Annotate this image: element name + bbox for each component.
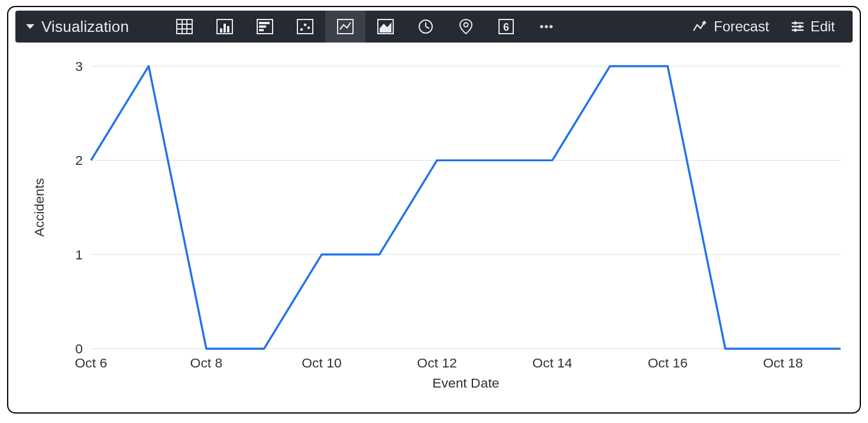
svg-rect-6 (220, 28, 222, 32)
single-value-icon[interactable]: 6 (486, 11, 526, 43)
svg-point-16 (307, 27, 310, 30)
svg-point-28 (550, 25, 553, 28)
svg-marker-19 (380, 22, 391, 32)
more-icon[interactable] (526, 11, 566, 43)
svg-rect-12 (259, 29, 264, 31)
data-line (91, 66, 841, 349)
scatter-icon[interactable] (285, 11, 325, 43)
y-axis-label: Accidents (31, 178, 47, 236)
edit-button[interactable]: Edit (791, 18, 835, 35)
x-tick-label: Oct 18 (763, 355, 802, 370)
x-tick-label: Oct 10 (302, 355, 341, 370)
caret-down-icon (26, 24, 34, 29)
y-tick-label: 1 (75, 247, 83, 262)
toolbar-title-group[interactable]: Visualization (15, 18, 129, 36)
x-tick-label: Oct 12 (417, 355, 456, 370)
x-tick-label: Oct 14 (532, 355, 572, 370)
svg-point-26 (540, 25, 543, 28)
forecast-label: Forecast (714, 18, 769, 35)
table-icon[interactable] (164, 11, 205, 43)
y-tick-label: 3 (75, 58, 83, 74)
svg-point-27 (545, 25, 548, 28)
svg-point-14 (300, 28, 303, 31)
forecast-button[interactable]: Forecast (692, 18, 769, 35)
x-tick-label: Oct 8 (190, 355, 223, 370)
toolbar-right: Forecast Edit (692, 18, 853, 35)
bar-chart-icon[interactable] (245, 11, 285, 43)
svg-point-23 (464, 23, 468, 27)
svg-point-15 (304, 24, 307, 27)
visualization-toolbar: Visualization (15, 11, 853, 43)
chart-area: 0123Oct 6Oct 8Oct 10Oct 12Oct 14Oct 16Oc… (15, 48, 853, 405)
y-tick-label: 2 (75, 152, 83, 168)
line-chart-icon[interactable] (325, 11, 365, 43)
y-tick-label: 0 (75, 341, 83, 356)
svg-rect-8 (227, 26, 229, 32)
svg-rect-13 (297, 19, 313, 34)
x-tick-label: Oct 16 (647, 355, 687, 370)
chart-type-icons: 6 (164, 11, 566, 43)
x-tick-label: Oct 6 (75, 355, 108, 370)
toolbar-title: Visualization (41, 18, 129, 36)
edit-label: Edit (811, 18, 835, 35)
svg-rect-34 (794, 29, 796, 32)
svg-rect-11 (259, 25, 266, 28)
svg-text:6: 6 (503, 21, 509, 33)
column-chart-icon[interactable] (205, 11, 245, 43)
line-chart: 0123Oct 6Oct 8Oct 10Oct 12Oct 14Oct 16Oc… (15, 48, 853, 405)
svg-rect-33 (799, 25, 801, 28)
area-chart-icon[interactable] (365, 11, 406, 43)
map-pin-icon[interactable] (446, 11, 486, 43)
sliders-icon (791, 19, 805, 34)
svg-line-22 (426, 27, 429, 28)
timewrap-icon[interactable] (406, 11, 446, 43)
x-axis-label: Event Date (432, 375, 499, 391)
svg-rect-10 (259, 22, 270, 24)
app-frame: Visualization (7, 6, 861, 414)
svg-rect-0 (177, 19, 192, 34)
svg-rect-32 (794, 22, 796, 25)
sparkle-icon (692, 19, 708, 34)
svg-rect-7 (224, 24, 226, 32)
